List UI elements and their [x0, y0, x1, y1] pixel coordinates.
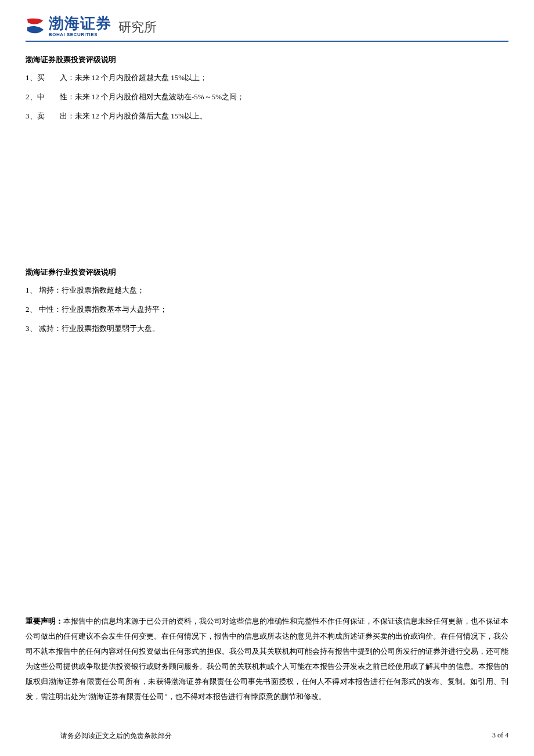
- rating-item: 2、 中 性： 未来 12 个月内股价相对大盘波动在-5%～5%之间；: [26, 91, 508, 103]
- rating-item: 3、 减持： 行业股票指数明显弱于大盘。: [26, 323, 508, 335]
- rating-index: 1、: [26, 72, 37, 84]
- rating-index: 3、: [26, 323, 37, 335]
- rating-desc: 未来 12 个月内股价落后大盘 15%以上。: [75, 110, 208, 123]
- rating-label: 中 性：: [37, 91, 75, 103]
- rating-index: 1、: [26, 285, 37, 297]
- disclaimer-body: 本报告中的信息均来源于已公开的资料，我公司对这些信息的准确性和完整性不作任何保证…: [26, 617, 508, 701]
- disclaimer-title: 重要声明：: [26, 617, 63, 625]
- page-header: 渤海证券 BOHAI SECURITIES 研究所: [26, 16, 508, 42]
- rating-item: 1、 增持： 行业股票指数超越大盘；: [26, 285, 508, 297]
- rating-label: 减持：: [37, 323, 62, 335]
- stock-rating-title: 渤海证券股票投资评级说明: [26, 55, 508, 65]
- rating-label: 增持：: [37, 285, 62, 297]
- logo-text-cn: 渤海证券: [49, 16, 111, 31]
- rating-item: 1、 买 入： 未来 12 个月内股价超越大盘 15%以上；: [26, 72, 508, 84]
- rating-desc: 行业股票指数基本与大盘持平；: [62, 304, 167, 316]
- industry-rating-section: 渤海证券行业投资评级说明 1、 增持： 行业股票指数超越大盘； 2、 中性： 行…: [26, 267, 508, 334]
- rating-label: 买 入：: [37, 72, 75, 84]
- logo-unit: 研究所: [118, 19, 157, 36]
- company-logo: 渤海证券 BOHAI SECURITIES 研究所: [26, 16, 157, 37]
- footer-note: 请务必阅读正文之后的免责条款部分: [26, 731, 172, 741]
- rating-index: 3、: [26, 110, 37, 123]
- page-footer: 请务必阅读正文之后的免责条款部分 3 of 4: [26, 731, 508, 741]
- rating-index: 2、: [26, 91, 37, 103]
- logo-mark-icon: [26, 17, 45, 37]
- rating-desc: 行业股票指数明显弱于大盘。: [62, 323, 160, 335]
- rating-label: 卖 出：: [37, 110, 75, 123]
- rating-desc: 未来 12 个月内股价相对大盘波动在-5%～5%之间；: [75, 91, 245, 103]
- rating-label: 中性：: [37, 304, 62, 316]
- disclaimer: 重要声明：本报告中的信息均来源于已公开的资料，我公司对这些信息的准确性和完整性不…: [26, 614, 508, 704]
- industry-rating-title: 渤海证券行业投资评级说明: [26, 267, 508, 278]
- rating-desc: 未来 12 个月内股价超越大盘 15%以上；: [75, 72, 208, 84]
- rating-item: 2、 中性： 行业股票指数基本与大盘持平；: [26, 304, 508, 316]
- stock-rating-section: 渤海证券股票投资评级说明 1、 买 入： 未来 12 个月内股价超越大盘 15%…: [26, 55, 508, 122]
- rating-item: 3、 卖 出： 未来 12 个月内股价落后大盘 15%以上。: [26, 110, 508, 123]
- page-number: 3 of 4: [492, 731, 508, 741]
- rating-index: 2、: [26, 304, 37, 316]
- rating-desc: 行业股票指数超越大盘；: [62, 285, 145, 297]
- logo-text-en: BOHAI SECURITIES: [49, 33, 111, 37]
